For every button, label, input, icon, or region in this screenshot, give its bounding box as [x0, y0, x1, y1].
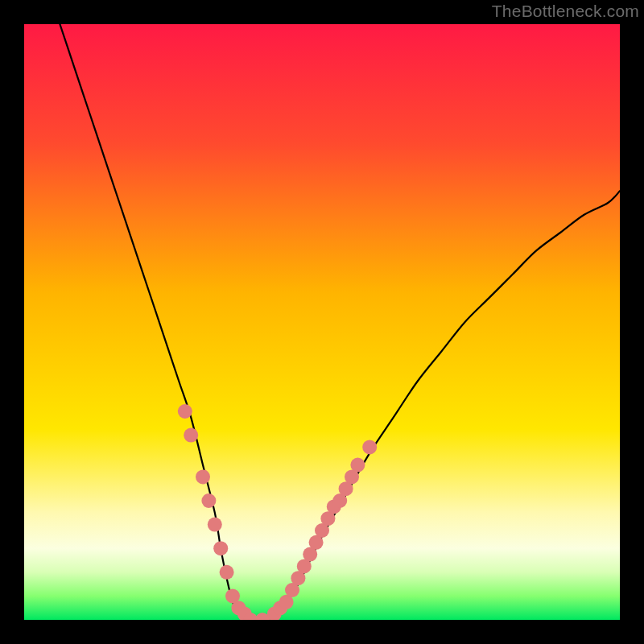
svg-point-7: [220, 565, 234, 580]
svg-point-28: [362, 440, 377, 454]
plot-area: [24, 24, 620, 620]
svg-point-5: [208, 518, 222, 532]
svg-point-3: [196, 469, 210, 484]
svg-point-1: [178, 404, 192, 419]
watermark-text: TheBottleneck.com: [492, 2, 639, 21]
svg-point-4: [201, 493, 216, 508]
chart-frame: TheBottleneck.com: [0, 0, 644, 644]
svg-point-2: [184, 428, 198, 443]
svg-point-27: [350, 458, 365, 473]
chart-svg: [24, 24, 620, 620]
svg-point-6: [213, 541, 228, 555]
